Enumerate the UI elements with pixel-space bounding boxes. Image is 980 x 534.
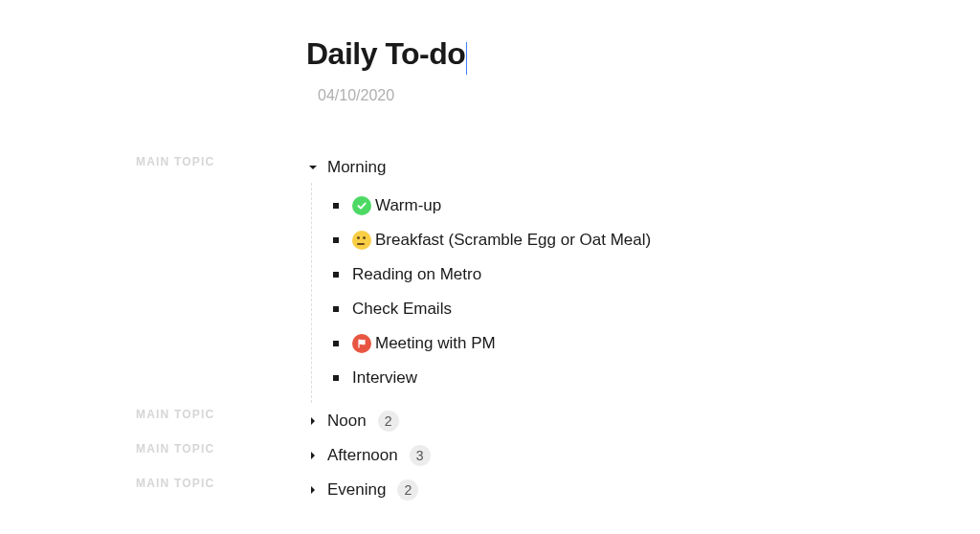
check-icon: [352, 196, 371, 215]
list-item[interactable]: Meeting with PM: [333, 326, 919, 361]
topic-name: Noon: [327, 412, 367, 431]
main-topic-label: MAIN TOPIC: [136, 155, 214, 168]
topic-name: Morning: [327, 158, 386, 177]
bullet-icon: [333, 272, 339, 278]
topic-header[interactable]: Evening2: [306, 474, 919, 506]
text-cursor: [466, 42, 467, 75]
topic-header[interactable]: Noon2: [306, 405, 919, 437]
main-topic-label: MAIN TOPIC: [136, 408, 214, 421]
bullet-icon: [333, 237, 339, 243]
bullet-icon: [333, 341, 339, 346]
topic-name: Evening: [327, 480, 386, 500]
list-item[interactable]: Warm-up: [333, 189, 919, 223]
date-label: 04/10/2020: [318, 87, 919, 104]
bullet-icon: [333, 203, 339, 209]
list-item[interactable]: Breakfast (Scramble Egg or Oat Meal): [333, 223, 919, 257]
page-title[interactable]: Daily To-do: [306, 36, 465, 72]
list-item[interactable]: Reading on Metro: [333, 257, 919, 292]
topic-header[interactable]: Morning: [306, 152, 919, 183]
caret-right-icon[interactable]: [306, 451, 320, 460]
main-topic-label: MAIN TOPIC: [136, 442, 214, 456]
thinking-face-icon: [352, 231, 371, 250]
flag-icon: [352, 334, 371, 353]
item-text: Interview: [352, 368, 417, 388]
bullet-icon: [333, 375, 339, 381]
topic-name: Afternoon: [327, 446, 398, 465]
caret-right-icon[interactable]: [306, 416, 320, 426]
item-text: Check Emails: [352, 300, 452, 319]
item-count-badge: 3: [410, 445, 431, 466]
caret-right-icon[interactable]: [306, 485, 320, 495]
main-topic-label: MAIN TOPIC: [136, 477, 214, 490]
item-text: Meeting with PM: [375, 334, 496, 353]
list-item[interactable]: Check Emails: [333, 292, 919, 326]
bullet-icon: [333, 306, 339, 312]
item-text: Warm-up: [375, 196, 441, 215]
caret-down-icon[interactable]: [306, 163, 320, 172]
item-text: Reading on Metro: [352, 265, 481, 284]
list-item[interactable]: Interview: [333, 361, 919, 395]
item-count-badge: 2: [378, 411, 399, 432]
item-count-badge: 2: [397, 479, 418, 501]
item-text: Breakfast (Scramble Egg or Oat Meal): [375, 231, 651, 250]
topic-header[interactable]: Afternoon3: [306, 439, 919, 472]
